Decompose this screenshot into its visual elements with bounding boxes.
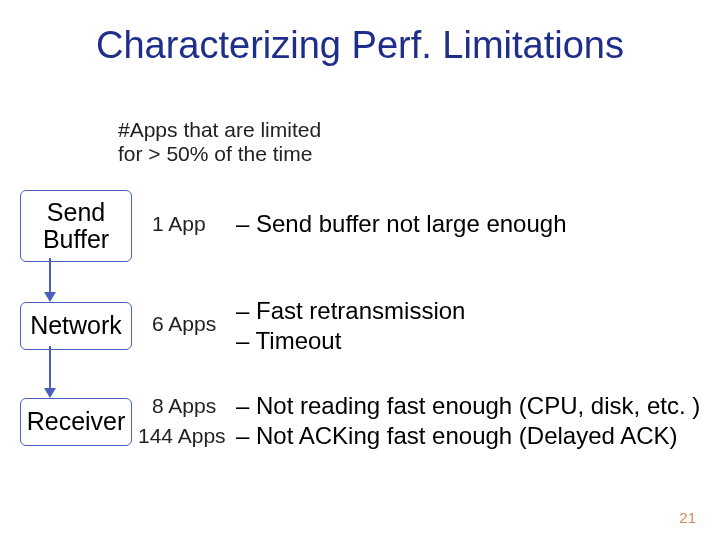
page-number: 21	[679, 509, 696, 526]
flow-node-label: Send	[43, 199, 109, 227]
svg-marker-1	[44, 292, 56, 302]
desc-network: – Fast retransmission – Timeout	[236, 296, 465, 356]
page-title: Characterizing Perf. Limitations	[0, 0, 720, 67]
desc-send-buffer: – Send buffer not large enough	[236, 210, 567, 238]
count-receiver-a: 8 Apps	[152, 394, 216, 418]
flow-node-send-buffer: Send Buffer	[20, 190, 132, 262]
desc-receiver-a: – Not reading fast enough (CPU, disk, et…	[236, 392, 700, 420]
desc-network-line2: – Timeout	[236, 326, 465, 356]
flow-node-label: Network	[30, 312, 122, 340]
flow-node-network: Network	[20, 302, 132, 350]
header-note-line2: for > 50% of the time	[118, 142, 321, 166]
count-send-buffer: 1 App	[152, 212, 206, 236]
column-header-note: #Apps that are limited for > 50% of the …	[118, 118, 321, 166]
arrow-down-icon	[40, 258, 60, 302]
count-network: 6 Apps	[152, 312, 216, 336]
flow-node-label: Buffer	[43, 226, 109, 254]
desc-network-line1: – Fast retransmission	[236, 296, 465, 326]
arrow-down-icon	[40, 346, 60, 398]
flow-node-label: Receiver	[27, 408, 126, 436]
count-receiver-b: 144 Apps	[138, 424, 226, 448]
svg-marker-3	[44, 388, 56, 398]
flow-node-receiver: Receiver	[20, 398, 132, 446]
desc-receiver-b: – Not ACKing fast enough (Delayed ACK)	[236, 422, 678, 450]
header-note-line1: #Apps that are limited	[118, 118, 321, 142]
